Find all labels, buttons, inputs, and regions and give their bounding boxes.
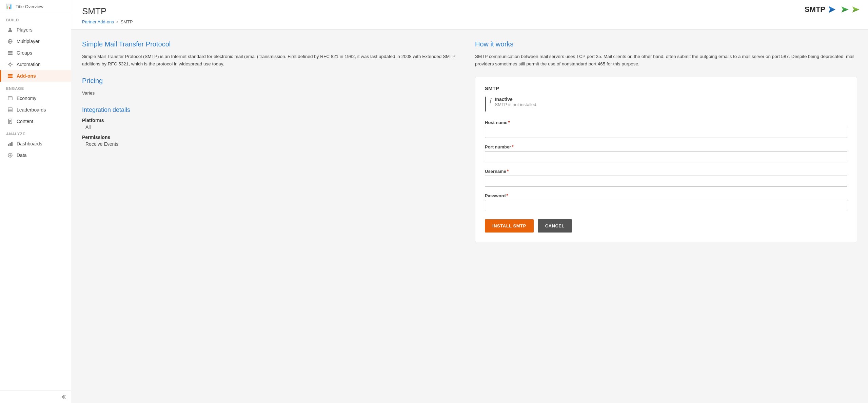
bar-chart-icon: 📊 bbox=[6, 3, 12, 9]
svg-rect-15 bbox=[8, 97, 12, 100]
sidebar-item-automation[interactable]: Automation bbox=[0, 59, 71, 70]
svg-marker-35 bbox=[852, 9, 860, 13]
sidebar-item-players[interactable]: Players bbox=[0, 24, 71, 36]
how-it-works-body: SMTP communication between mail servers … bbox=[475, 53, 857, 67]
leaderboards-label: Leaderboards bbox=[17, 107, 46, 113]
dashboards-icon bbox=[7, 141, 13, 147]
svg-rect-5 bbox=[8, 53, 13, 54]
addons-label: Add-ons bbox=[17, 73, 36, 79]
config-section-title: SMTP bbox=[485, 85, 847, 91]
svg-rect-25 bbox=[9, 143, 11, 146]
status-indicator bbox=[485, 97, 486, 112]
status-icon: i bbox=[490, 97, 492, 105]
right-column: How it works SMTP communication between … bbox=[475, 40, 857, 242]
pricing-heading: Pricing bbox=[82, 77, 464, 85]
status-bar: i Inactive SMTP is not installed. bbox=[485, 97, 847, 112]
sidebar-item-groups[interactable]: Groups bbox=[0, 47, 71, 59]
breadcrumb: Partner Add-ons > SMTP bbox=[82, 19, 133, 29]
plane-blue-icon bbox=[829, 5, 840, 14]
addons-icon bbox=[7, 73, 13, 79]
analyze-section-label: ANALYZE bbox=[0, 127, 71, 138]
svg-rect-6 bbox=[8, 54, 13, 55]
status-title: Inactive bbox=[495, 97, 537, 102]
content-icon bbox=[7, 118, 13, 124]
svg-rect-14 bbox=[8, 77, 13, 78]
platforms-label: Platforms bbox=[82, 118, 464, 123]
smtp-logo-area: SMTP bbox=[805, 5, 861, 14]
permissions-value: Receive Events bbox=[82, 141, 464, 147]
svg-point-7 bbox=[9, 63, 11, 65]
description-body: Simple Mail Transfer Protocol (SMTP) is … bbox=[82, 53, 464, 67]
port-number-input[interactable] bbox=[485, 151, 847, 162]
password-group: Password * bbox=[485, 193, 847, 211]
sidebar-item-addons[interactable]: Add-ons bbox=[0, 70, 71, 82]
sidebar-item-economy[interactable]: Economy bbox=[0, 93, 71, 104]
password-required-star: * bbox=[506, 193, 508, 198]
install-smtp-button[interactable]: INSTALL SMTP bbox=[485, 219, 534, 233]
smtp-logo-text: SMTP bbox=[805, 5, 825, 14]
username-label: Username * bbox=[485, 168, 847, 174]
dashboards-label: Dashboards bbox=[17, 141, 42, 146]
breadcrumb-separator: > bbox=[116, 19, 119, 24]
sidebar-item-content[interactable]: Content bbox=[0, 116, 71, 127]
cancel-button[interactable]: CANCEL bbox=[538, 219, 572, 233]
svg-point-0 bbox=[9, 28, 11, 30]
plane-lime-icon bbox=[852, 5, 861, 14]
main-area: SMTP Partner Add-ons > SMTP SMTP bbox=[71, 0, 868, 403]
platforms-value: All bbox=[82, 124, 464, 130]
password-label: Password * bbox=[485, 193, 847, 198]
plane-green-icon bbox=[841, 5, 850, 14]
password-input[interactable] bbox=[485, 200, 847, 211]
page-title: SMTP bbox=[82, 6, 133, 17]
sidebar-item-data[interactable]: Data bbox=[0, 149, 71, 161]
title-overview-label: Title Overview bbox=[16, 4, 43, 9]
host-required-star: * bbox=[508, 120, 510, 125]
automation-label: Automation bbox=[17, 62, 41, 67]
pricing-section: Pricing Varies bbox=[82, 77, 464, 97]
sidebar-item-leaderboards[interactable]: Leaderboards bbox=[0, 104, 71, 116]
economy-label: Economy bbox=[17, 96, 36, 101]
username-group: Username * bbox=[485, 168, 847, 187]
host-name-group: Host name * bbox=[485, 120, 847, 138]
sidebar: 📊 Title Overview BUILD Players Multiplay… bbox=[0, 0, 71, 403]
svg-rect-24 bbox=[8, 144, 9, 146]
svg-rect-13 bbox=[8, 76, 13, 77]
svg-rect-17 bbox=[8, 108, 12, 112]
port-number-label: Port number * bbox=[485, 144, 847, 149]
breadcrumb-current: SMTP bbox=[121, 19, 133, 24]
port-number-group: Port number * bbox=[485, 144, 847, 162]
left-column: Simple Mail Transfer Protocol Simple Mai… bbox=[82, 40, 464, 242]
multiplayer-label: Multiplayer bbox=[17, 39, 40, 44]
pricing-value: Varies bbox=[82, 89, 464, 97]
page-header: SMTP Partner Add-ons > SMTP SMTP bbox=[71, 0, 868, 29]
players-label: Players bbox=[17, 27, 33, 33]
multiplayer-icon bbox=[7, 38, 13, 44]
build-section-label: BUILD bbox=[0, 13, 71, 24]
sidebar-collapse-button[interactable] bbox=[0, 390, 71, 403]
data-label: Data bbox=[17, 153, 27, 158]
svg-rect-12 bbox=[8, 74, 13, 75]
host-name-input[interactable] bbox=[485, 127, 847, 138]
page-header-wrapper: SMTP Partner Add-ons > SMTP SMTP bbox=[71, 0, 868, 29]
status-subtitle: SMTP is not installed. bbox=[495, 102, 537, 107]
smtp-config-box: SMTP i Inactive SMTP is not installed. H… bbox=[475, 77, 857, 242]
permissions-label: Permissions bbox=[82, 135, 464, 140]
automation-icon bbox=[7, 61, 13, 67]
sidebar-item-title-overview[interactable]: 📊 Title Overview bbox=[0, 0, 71, 13]
status-text-block: Inactive SMTP is not installed. bbox=[495, 97, 537, 107]
host-name-label: Host name * bbox=[485, 120, 847, 125]
svg-rect-26 bbox=[11, 142, 13, 146]
sidebar-item-multiplayer[interactable]: Multiplayer bbox=[0, 36, 71, 47]
description-heading: Simple Mail Transfer Protocol bbox=[82, 40, 464, 48]
port-required-star: * bbox=[512, 144, 513, 149]
breadcrumb-parent-link[interactable]: Partner Add-ons bbox=[82, 19, 114, 24]
username-input[interactable] bbox=[485, 176, 847, 187]
sidebar-item-dashboards[interactable]: Dashboards bbox=[0, 138, 71, 149]
integration-section: Integration details Platforms All Permis… bbox=[82, 106, 464, 147]
form-actions: INSTALL SMTP CANCEL bbox=[485, 219, 847, 233]
content-grid: Simple Mail Transfer Protocol Simple Mai… bbox=[82, 40, 857, 242]
groups-label: Groups bbox=[17, 50, 32, 56]
groups-icon bbox=[7, 50, 13, 56]
leaderboards-icon bbox=[7, 107, 13, 113]
engage-section-label: ENGAGE bbox=[0, 82, 71, 93]
